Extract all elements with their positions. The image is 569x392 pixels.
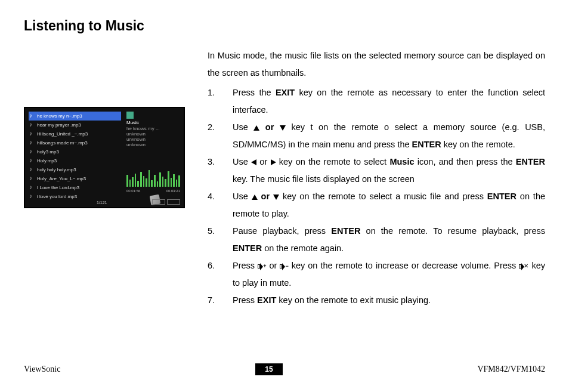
eq-bar <box>176 180 178 187</box>
file-row: i love you lord.mp3 <box>29 192 121 201</box>
meta-line-1: unknown <box>126 131 180 137</box>
step-body: Press EXIT key on the remote to exit mus… <box>233 292 545 309</box>
eq-bar <box>126 175 128 187</box>
footer-model: VFM842/VFM1042 <box>477 365 545 374</box>
now-playing-panel: Music he knows my ... unknown unknown un… <box>126 112 180 147</box>
music-note-icon <box>29 113 35 119</box>
mute-icon: ✕ <box>519 263 528 270</box>
eq-bar <box>173 174 175 187</box>
file-row: Holy.mp3 <box>29 156 121 165</box>
file-name: hillsongs made m~.mp3 <box>37 140 88 146</box>
now-playing-title: he knows my ... <box>126 126 180 131</box>
file-name: holy3 mp3 <box>37 149 59 155</box>
content-area: he knows my n~.mp3hear my prayer .mp3Hil… <box>24 47 545 309</box>
step-4: 4. Use or key on the remote to select a … <box>208 188 545 223</box>
eq-bar <box>129 180 131 187</box>
step-number: 1. <box>208 84 233 119</box>
page-title: Listening to Music <box>24 18 545 34</box>
footer-brand: ViewSonic <box>24 365 60 374</box>
volume-up-icon: + <box>258 263 266 270</box>
music-note-icon <box>29 140 35 146</box>
device-screenshot: he knows my n~.mp3hear my prayer .mp3Hil… <box>24 107 185 208</box>
now-playing-label: Music <box>126 120 180 125</box>
eq-bar <box>143 176 145 187</box>
eq-bar <box>149 170 150 187</box>
music-note-icon <box>29 194 35 200</box>
page-footer: ViewSonic 15 VFM842/VFM1042 <box>24 363 545 375</box>
indicator-box <box>152 199 165 205</box>
step-3: 3. Use or key on the remote to select Mu… <box>208 153 545 188</box>
eq-bar <box>162 177 164 187</box>
step-number: 3. <box>208 153 233 188</box>
step-number: 6. <box>208 257 233 292</box>
down-arrow-icon <box>280 125 286 131</box>
step-body: Press the EXIT key on the remote as nece… <box>233 84 545 119</box>
file-name: I Love the Lord.mp3 <box>37 185 79 190</box>
file-row: hear my prayer .mp3 <box>29 121 121 129</box>
file-name: hear my prayer .mp3 <box>37 122 81 128</box>
intro-text: In Music mode, the music file lists on t… <box>208 47 545 82</box>
step-body: Press + or − key on the remote to increa… <box>233 257 545 292</box>
step-number: 2. <box>208 119 233 153</box>
instructions-column: In Music mode, the music file lists on t… <box>208 47 545 309</box>
figure-column: he knows my n~.mp3hear my prayer .mp3Hil… <box>24 47 196 309</box>
step-1: 1. Press the EXIT key on the remote as n… <box>208 84 545 119</box>
eq-bar <box>135 174 137 187</box>
step-body: Use or key on the remote to select a mus… <box>233 188 545 223</box>
music-note-icon <box>29 149 35 155</box>
eq-bar <box>171 178 172 187</box>
file-row: holy holy holy.mp3 <box>29 165 121 174</box>
file-row: he knows my n~.mp3 <box>29 112 121 121</box>
step-6: 6. Press + or − key on the remote to inc… <box>208 257 545 292</box>
step-body: Pause playback, press ENTER on the remot… <box>233 223 545 257</box>
file-name: holy holy holy.mp3 <box>37 167 76 172</box>
eq-bar <box>159 172 161 187</box>
file-row: Holy_Are_You_L~.mp3 <box>29 174 121 183</box>
file-list: he knows my n~.mp3hear my prayer .mp3Hil… <box>29 112 121 201</box>
file-row: hillsongs made m~.mp3 <box>29 138 121 147</box>
step-number: 4. <box>208 188 233 223</box>
eq-bar <box>146 178 147 187</box>
down-arrow-icon <box>273 195 279 200</box>
total-time: 00.03:21 <box>166 189 180 193</box>
music-note-icon <box>29 185 35 191</box>
file-counter: 1/121 <box>97 200 107 205</box>
eq-bar <box>140 172 142 187</box>
music-note-icon <box>29 131 35 137</box>
file-row: Hillsong_United _~.mp3 <box>29 129 121 138</box>
bottom-indicators <box>152 199 180 205</box>
file-name: i love you lord.mp3 <box>37 194 77 199</box>
file-row: I Love the Lord.mp3 <box>29 183 121 192</box>
music-note-icon <box>29 167 35 173</box>
volume-down-icon: − <box>280 263 288 270</box>
up-arrow-icon <box>253 125 259 131</box>
music-note-icon <box>29 176 35 182</box>
time-row: 00.01:56 00.03:21 <box>126 189 180 193</box>
elapsed-time: 00.01:56 <box>126 189 140 193</box>
indicator-box <box>167 199 180 205</box>
eq-bar <box>168 171 169 187</box>
music-note-icon <box>29 122 35 128</box>
left-arrow-icon <box>251 159 256 165</box>
step-body: Use or key on the remote to select Music… <box>233 153 545 188</box>
eq-bar <box>157 181 159 187</box>
file-row: holy3 mp3 <box>29 147 121 156</box>
step-7: 7. Press EXIT key on the remote to exit … <box>208 292 545 309</box>
file-name: he knows my n~.mp3 <box>37 113 82 119</box>
file-name: Holy_Are_You_L~.mp3 <box>37 176 86 181</box>
meta-line-3: unknown <box>126 142 180 147</box>
step-number: 7. <box>208 292 233 309</box>
meta-line-2: unknown <box>126 137 180 142</box>
file-name: Holy.mp3 <box>37 158 57 163</box>
step-number: 5. <box>208 223 233 257</box>
equalizer <box>126 169 180 187</box>
music-app-icon <box>126 112 134 119</box>
step-2: 2. Use or key t on the remote o select a… <box>208 119 545 153</box>
eq-bar <box>137 181 139 187</box>
eq-bar <box>165 179 166 187</box>
up-arrow-icon <box>252 195 258 200</box>
music-note-icon <box>29 158 35 164</box>
step-5: 5. Pause playback, press ENTER on the re… <box>208 223 545 257</box>
page-number: 15 <box>255 363 282 375</box>
eq-bar <box>151 180 153 187</box>
